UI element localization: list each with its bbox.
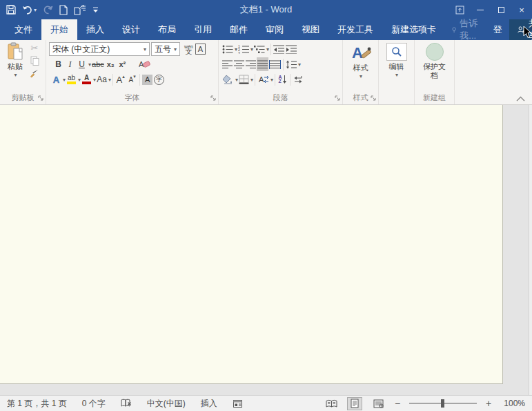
change-case-dropdown-icon[interactable]: ▾ [108,77,111,83]
word-count[interactable]: 0 个字 [82,398,106,410]
bold-button[interactable]: B [52,57,64,71]
page-indicator[interactable]: 第 1 页，共 1 页 [7,398,67,410]
asian-layout-button[interactable]: A [257,73,270,86]
cut-button[interactable]: ✂ [31,44,39,52]
show-hide-marks-button[interactable] [292,73,304,86]
highlight-button[interactable]: ab [66,73,77,86]
italic-button[interactable]: I [64,57,76,71]
sign-in-button[interactable]: 登录 [486,19,509,40]
justify-button[interactable] [257,57,268,71]
distribute-button[interactable] [268,57,282,71]
grow-font-button[interactable]: A▴ [115,73,126,86]
increase-indent-button[interactable] [285,42,297,56]
font-size-combo[interactable]: 五号 ▾ [151,42,180,56]
collapse-ribbon-button[interactable] [516,96,525,102]
phonetic-guide-button[interactable]: wén文 [183,42,195,56]
font-size-dropdown-icon[interactable]: ▾ [174,46,177,52]
asian-layout-dropdown-icon[interactable]: ▾ [270,77,273,83]
editing-dropdown-icon[interactable]: ▾ [395,72,398,78]
font-name-combo[interactable]: 宋体 (中文正文) ▾ [49,42,150,56]
tab-view[interactable]: 视图 [293,19,328,40]
line-spacing-button[interactable] [285,57,297,71]
tab-review[interactable]: 审阅 [257,19,293,40]
editing-label: 编辑 [389,61,404,72]
tab-layout[interactable]: 布局 [149,19,185,40]
sort-button[interactable]: AZ [277,73,288,86]
redo-button[interactable] [43,5,53,15]
subscript-button[interactable]: x₂ [105,57,117,71]
character-shading-button[interactable]: A [141,73,153,86]
multilevel-list-dropdown-icon[interactable]: ▾ [266,46,269,52]
tab-references[interactable]: 引用 [185,19,221,40]
styles-button[interactable]: A 样式 ▾ [343,41,378,79]
numbering-button[interactable]: 123 [237,42,250,56]
save-button[interactable] [6,5,16,15]
align-center-button[interactable] [233,57,245,71]
strikethrough-button[interactable]: abc [91,57,105,71]
web-layout-button[interactable] [371,397,386,410]
align-left-button[interactable] [221,57,233,71]
shrink-font-button[interactable]: A▾ [126,73,138,86]
tab-new-tab[interactable]: 新建选项卡 [382,19,445,40]
close-button[interactable]: × [511,0,532,19]
tell-me-box[interactable]: 告诉我... [445,19,486,40]
shading-button[interactable] [221,73,235,86]
text-effects-button[interactable]: A [50,73,62,86]
character-border-button[interactable]: A [195,42,206,56]
tab-design[interactable]: 设计 [113,19,149,40]
tab-developer[interactable]: 开发工具 [328,19,382,40]
ribbon-display-options-button[interactable] [449,0,470,19]
clipboard-dialog-launcher[interactable] [38,95,44,102]
decrease-indent-button[interactable] [273,42,285,56]
tab-insert[interactable]: 插入 [77,19,113,40]
format-painter-button[interactable] [30,69,39,78]
styles-dropdown-icon[interactable]: ▾ [359,73,362,79]
styles-dialog-launcher[interactable] [371,95,377,102]
maximize-button[interactable] [491,0,511,19]
customize-qat-button[interactable] [92,6,99,13]
distribute-icon [269,60,281,69]
tab-file[interactable]: 文件 [6,19,41,40]
document-area[interactable] [0,105,532,395]
multilevel-list-button[interactable] [253,42,266,56]
zoom-out-button[interactable]: − [394,398,401,409]
font-color-button[interactable]: A [81,73,92,86]
line-spacing-dropdown-icon[interactable]: ▾ [298,61,301,68]
zoom-slider-thumb[interactable] [441,399,444,408]
print-layout-button[interactable] [347,397,362,410]
align-right-button[interactable] [245,57,257,71]
language-status[interactable]: 中文(中国) [147,398,186,410]
tab-mailings[interactable]: 邮件 [221,19,257,40]
enclose-characters-button[interactable]: 字 [153,73,165,86]
proofing-status[interactable] [121,399,132,408]
read-mode-button[interactable] [324,397,339,410]
change-case-button[interactable]: Aa [96,73,108,86]
bullets-button[interactable] [221,42,234,56]
clear-formatting-button[interactable]: A [138,57,151,71]
font-dialog-launcher[interactable] [210,95,217,102]
underline-button[interactable]: U [76,57,88,71]
paste-dropdown-icon[interactable]: ▾ [14,72,17,78]
zoom-slider[interactable] [409,399,477,408]
send-page-button[interactable] [74,5,86,15]
font-name-dropdown-icon[interactable]: ▾ [144,46,146,52]
macro-recording[interactable] [233,399,243,408]
vertical-scrollbar[interactable] [529,105,532,395]
superscript-button[interactable]: x² [117,57,128,71]
editing-button[interactable]: 编辑 ▾ [379,41,414,78]
tab-home[interactable]: 开始 [41,19,77,40]
insert-mode[interactable]: 插入 [201,398,217,410]
borders-dropdown-icon[interactable]: ▾ [250,77,253,83]
new-document-button[interactable] [59,5,68,15]
paste-button[interactable]: 粘贴 ▾ [3,42,28,93]
paragraph-dialog-launcher[interactable] [335,95,341,102]
document-page[interactable] [0,105,503,384]
copy-button[interactable] [30,56,39,66]
undo-button[interactable]: ▾ [22,6,37,15]
minimize-button[interactable] [470,0,491,19]
undo-dropdown-icon[interactable]: ▾ [34,7,37,13]
protect-document-button[interactable]: 保护文档 [415,43,454,80]
zoom-in-button[interactable]: + [485,398,492,409]
zoom-level[interactable]: 100% [500,399,525,408]
borders-button[interactable] [238,73,250,86]
